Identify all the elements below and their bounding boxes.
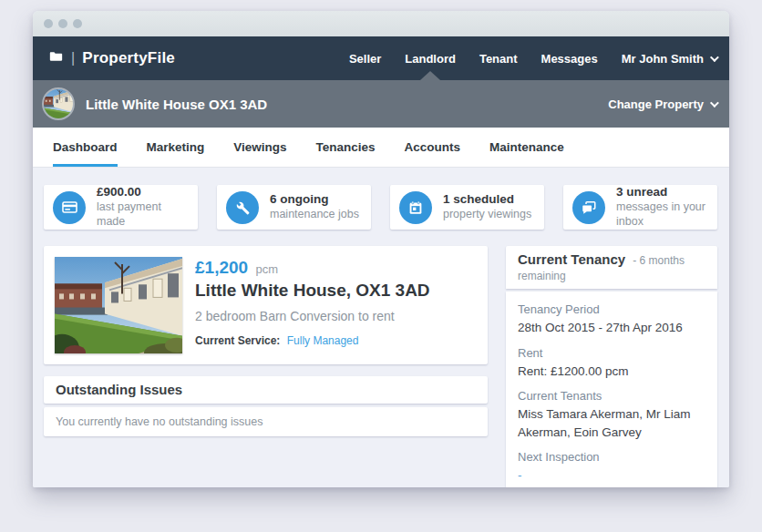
- stat-last-payment[interactable]: £900.00 last payment made: [44, 185, 198, 230]
- stat-maintenance-jobs[interactable]: 6 ongoing maintenance jobs: [217, 185, 371, 230]
- nav-item-label: Messages: [541, 52, 598, 66]
- price-unit: pcm: [256, 262, 279, 276]
- listing-description: 2 bedroom Barn Conversion to rent: [195, 309, 430, 323]
- app-window: | PropertyFile Seller Landlord Tenant Me…: [33, 11, 729, 487]
- property-listing-card[interactable]: £1,200 pcm Little White House, OX1 3AD 2…: [44, 246, 488, 364]
- tenancy-field-value: Miss Tamara Akerman, Mr Liam Akerman, Eo…: [518, 405, 705, 441]
- service-label: Current Service:: [195, 334, 280, 347]
- property-avatar[interactable]: [42, 87, 75, 120]
- tenancy-field-label: Current Tenants: [518, 389, 705, 403]
- stat-label: messages in your inbox: [616, 200, 708, 229]
- outstanding-issues-empty-message: You currently have no outstanding issues: [44, 407, 488, 436]
- tab-label: Viewings: [233, 140, 286, 154]
- tab-maintenance[interactable]: Maintenance: [489, 128, 564, 167]
- listing-title: Little White House, OX1 3AD: [195, 281, 430, 301]
- property-photo: [55, 257, 182, 353]
- outstanding-issues-header: Outstanding Issues: [44, 376, 488, 404]
- browser-titlebar: [33, 11, 729, 36]
- property-title: Little White House OX1 3AD: [86, 97, 267, 112]
- logo-text: PropertyFile: [82, 49, 175, 67]
- stat-text: 3 unread messages in your inbox: [616, 185, 708, 229]
- stat-label: last payment made: [97, 200, 189, 229]
- stat-value: 6 ongoing: [270, 192, 359, 208]
- listing-price: £1,200: [195, 258, 248, 277]
- main-nav: Seller Landlord Tenant Messages Mr John …: [349, 36, 716, 80]
- service-value-link[interactable]: Fully Managed: [287, 334, 359, 347]
- top-navbar: | PropertyFile Seller Landlord Tenant Me…: [33, 36, 729, 80]
- stat-text: 1 scheduled property viewings: [443, 192, 531, 222]
- tab-tenancies[interactable]: Tenancies: [316, 128, 376, 167]
- main-columns: £1,200 pcm Little White House, OX1 3AD 2…: [44, 246, 717, 487]
- calendar-icon: [399, 191, 432, 224]
- wrench-icon: [226, 191, 259, 224]
- tab-viewings[interactable]: Viewings: [233, 128, 286, 167]
- window-control-icon[interactable]: [58, 19, 67, 28]
- change-property-button[interactable]: Change Property: [608, 97, 716, 111]
- tenancy-field-value: -: [518, 466, 705, 485]
- stat-label: property viewings: [443, 208, 531, 222]
- tenancy-field-value: Rent: £1200.00 pcm: [518, 363, 705, 381]
- dashboard-content: £900.00 last payment made 6 ongoing main…: [33, 168, 729, 487]
- stat-text: 6 ongoing maintenance jobs: [270, 192, 359, 222]
- window-control-icon[interactable]: [73, 19, 82, 28]
- tab-label: Tenancies: [316, 140, 376, 154]
- left-column: £1,200 pcm Little White House, OX1 3AD 2…: [44, 246, 488, 487]
- stat-unread-messages[interactable]: 3 unread messages in your inbox: [563, 185, 717, 230]
- tab-label: Maintenance: [489, 140, 564, 154]
- tab-marketing[interactable]: Marketing: [147, 128, 205, 167]
- tab-label: Marketing: [147, 140, 205, 154]
- stat-value: 1 scheduled: [443, 192, 531, 208]
- tenancy-field-label: Tenancy Period: [518, 302, 705, 316]
- listing-info: £1,200 pcm Little White House, OX1 3AD 2…: [195, 257, 430, 353]
- current-tenancy-body: Tenancy Period 28th Oct 2015 - 27th Apr …: [506, 292, 717, 487]
- nav-item-landlord[interactable]: Landlord: [405, 36, 456, 80]
- price-row: £1,200 pcm: [195, 258, 430, 278]
- nav-item-label: Landlord: [405, 52, 456, 66]
- tab-dashboard[interactable]: Dashboard: [53, 128, 118, 167]
- current-tenancy-header: Current Tenancy - 6 months remaining: [506, 246, 717, 289]
- nav-item-label: Tenant: [479, 52, 518, 66]
- logo-divider: |: [71, 50, 75, 66]
- tenancy-field-label: Next Inspection: [518, 450, 705, 464]
- propertyfile-logo[interactable]: | PropertyFile: [47, 49, 175, 68]
- credit-card-icon: [53, 191, 86, 224]
- stat-property-viewings[interactable]: 1 scheduled property viewings: [390, 185, 544, 230]
- folder-icon: [47, 49, 65, 68]
- property-header: Little White House OX1 3AD Change Proper…: [33, 80, 729, 128]
- tenancy-field-label: Rent: [518, 346, 705, 360]
- stat-value: 3 unread: [616, 185, 708, 200]
- current-tenancy-title: Current Tenancy: [518, 251, 625, 267]
- window-control-icon[interactable]: [44, 19, 53, 28]
- nav-item-messages[interactable]: Messages: [541, 36, 598, 80]
- section-tabs: Dashboard Marketing Viewings Tenancies A…: [33, 128, 729, 168]
- user-menu[interactable]: Mr John Smith: [622, 36, 716, 80]
- user-name: Mr John Smith: [622, 52, 704, 66]
- nav-item-tenant[interactable]: Tenant: [479, 36, 518, 80]
- service-row: Current Service: Fully Managed: [195, 334, 430, 347]
- nav-item-label: Seller: [349, 52, 381, 66]
- chevron-down-icon: [710, 98, 719, 107]
- stats-row: £900.00 last payment made 6 ongoing main…: [44, 185, 717, 230]
- stat-label: maintenance jobs: [270, 208, 359, 222]
- tab-label: Accounts: [405, 140, 461, 154]
- right-column: Current Tenancy - 6 months remaining Ten…: [506, 246, 717, 487]
- change-property-label: Change Property: [608, 97, 704, 111]
- chevron-down-icon: [710, 53, 719, 62]
- stat-text: £900.00 last payment made: [97, 185, 189, 229]
- tab-accounts[interactable]: Accounts: [405, 128, 461, 167]
- nav-item-seller[interactable]: Seller: [349, 36, 381, 80]
- tab-label: Dashboard: [53, 140, 118, 154]
- tenancy-field-value: 28th Oct 2015 - 27th Apr 2016: [518, 319, 705, 337]
- stat-value: £900.00: [97, 185, 189, 200]
- chat-icon: [572, 191, 605, 224]
